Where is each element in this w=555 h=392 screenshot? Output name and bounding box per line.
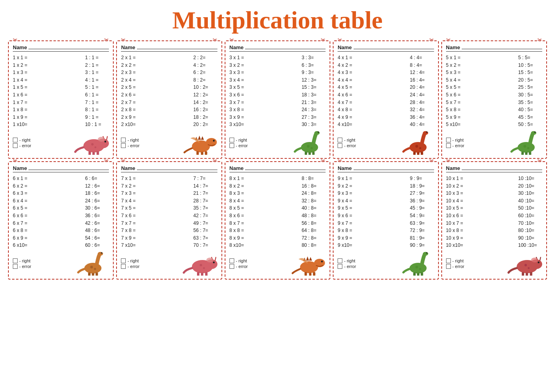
- svg-point-78: [415, 266, 418, 268]
- svg-point-50: [90, 266, 93, 268]
- name-line: Name: [338, 165, 434, 172]
- dino-brontosaurus-green: [250, 131, 326, 155]
- equation-row: 10 x 4 =40 :10=: [446, 197, 542, 205]
- equations-container: 2 x 1 =2 : 2=2 x 2 =4 : 2=2 x 3 =6 : 2=2…: [121, 54, 217, 128]
- legend-error: - error: [338, 143, 356, 148]
- equation-row: 8 x 6 =48 : 8=: [229, 212, 326, 220]
- eq-left: 10 x 8 =: [446, 227, 472, 234]
- equation-row: 2 x 4 =8 : 2=: [121, 76, 217, 84]
- error-label: - error: [127, 264, 139, 269]
- legend-error: - error: [229, 264, 248, 269]
- legend: - right - error: [338, 258, 356, 269]
- eq-left: 3 x 7 =: [229, 99, 255, 106]
- equation-row: 5 x 9 =45 : 5=: [446, 114, 542, 121]
- legend-right: - right: [121, 138, 139, 142]
- eq-right: 90 :10=: [518, 234, 542, 242]
- legend: - right - error: [121, 258, 139, 269]
- equation-row: 5 x 2 =10 : 5=: [446, 62, 542, 69]
- eq-left: 2 x 2 =: [121, 62, 147, 69]
- eq-right: 5 : 1 =: [85, 84, 109, 91]
- right-label: - right: [127, 258, 139, 263]
- eq-right: 90 : 9=: [410, 242, 434, 249]
- name-line: Name: [229, 44, 326, 52]
- legend-right: - right: [229, 138, 248, 142]
- equation-row: 1 x 2 =2 : 1 =: [13, 62, 109, 69]
- eq-right: 50 : 5=: [518, 121, 542, 128]
- eq-left: 4 x 3 =: [338, 69, 364, 76]
- eq-right: 40 : 4=: [410, 121, 434, 128]
- eq-right: 45 : 5=: [518, 114, 542, 121]
- legend-right: - right: [13, 138, 31, 142]
- svg-line-4: [107, 136, 107, 140]
- svg-rect-77: [420, 272, 423, 276]
- eq-right: 14 : 2=: [193, 99, 217, 106]
- equations-container: 1 x 1 =1 : 1 =1 x 2 =2 : 1 =1 x 3 =3 : 1…: [13, 54, 109, 128]
- equation-row: 9 x10=90 : 9=: [338, 242, 434, 249]
- eq-right: 49 : 7=: [193, 220, 217, 227]
- legend-error: - error: [229, 143, 248, 148]
- eq-right: 45 : 9=: [410, 204, 434, 212]
- equation-row: 4 x 7 =28 : 4=: [338, 99, 434, 106]
- equation-row: 6 x 7 =42 : 6=: [13, 220, 109, 227]
- equation-row: 1 x 9 =9 : 1 =: [13, 114, 109, 121]
- svg-rect-39: [521, 152, 524, 155]
- equation-row: 5 x 3 =15 : 5=: [446, 69, 542, 76]
- equation-row: 9 x 5 =45 : 9=: [338, 204, 434, 212]
- eq-right: 7 : 7=: [193, 175, 217, 182]
- equation-row: 7 x 7 =49 : 7=: [121, 220, 217, 227]
- eq-left: 3 x 1 =: [229, 54, 255, 62]
- dino-brontosaurus-green2: [467, 131, 542, 155]
- svg-point-45: [98, 252, 103, 256]
- equations-container: 7 x 1 =7 : 7=7 x 2 =14 : 7=7 x 3 =21 : 7…: [121, 175, 217, 249]
- right-box: [229, 258, 234, 263]
- svg-point-85: [531, 258, 538, 262]
- svg-rect-88: [530, 272, 532, 276]
- eq-left: 9 x10=: [338, 242, 364, 249]
- card-7: Name7 x 1 =7 : 7=7 x 2 =14 : 7=7 x 3 =21…: [116, 161, 222, 280]
- equation-row: 7 x 4 =28 : 7=: [121, 197, 217, 205]
- eq-right: 12 : 4=: [410, 69, 434, 76]
- eq-left: 4 x 1 =: [338, 54, 364, 62]
- svg-rect-69: [305, 272, 307, 276]
- equation-row: 8 x 9 =72 : 8=: [229, 234, 326, 242]
- right-box: [121, 258, 126, 263]
- svg-point-35: [419, 147, 421, 149]
- eq-right: 48 : 6=: [85, 227, 109, 234]
- equation-row: 6 x10=60 : 6=: [13, 242, 109, 249]
- eq-right: 10 : 5=: [518, 62, 542, 69]
- name-label: Name: [338, 165, 352, 171]
- eq-left: 4 x 2 =: [338, 62, 364, 69]
- eq-left: 5 x 3 =: [446, 69, 472, 76]
- equations-container: 4 x 1 =4 : 4=4 x 2 =8 : 4=4 x 3 =12 : 4=…: [338, 54, 434, 128]
- right-label: - right: [236, 258, 247, 263]
- eq-right: 24 : 6=: [85, 197, 109, 205]
- card-5: Name5 x 1 =5 : 5=5 x 2 =10 : 5=5 x 3 =15…: [441, 40, 547, 159]
- eq-right: 54 : 6=: [85, 234, 109, 242]
- equation-row: 2 x 3 =6 : 2=: [121, 69, 217, 76]
- equation-row: 9 x 6 =54 : 9=: [338, 212, 434, 220]
- eq-right: 9 : 3=: [302, 69, 326, 76]
- eq-right: 54 : 9=: [410, 212, 434, 220]
- eq-right: 2 : 1 =: [85, 62, 109, 69]
- eq-right: 40 : 8=: [302, 204, 326, 212]
- eq-right: 30 : 6=: [85, 204, 109, 212]
- right-box: [229, 138, 234, 142]
- card-8: Name8 x 1 =8 : 8=8 x 2 =16 : 8=8 x 3 =24…: [225, 161, 330, 280]
- eq-left: 9 x 5 =: [338, 204, 364, 212]
- eq-left: 3 x 8 =: [229, 106, 255, 114]
- equation-row: 2 x 5 =10 : 2=: [121, 84, 217, 91]
- eq-left: 3 x 5 =: [229, 84, 255, 91]
- svg-point-46: [101, 252, 103, 254]
- eq-left: 8 x 7 =: [229, 220, 255, 227]
- equation-row: 7 x 9 =63 : 7=: [121, 234, 217, 242]
- equation-row: 2 x 9 =18 : 2=: [121, 114, 217, 121]
- eq-right: 27 : 3=: [302, 114, 326, 121]
- eq-left: 10 x 6 =: [446, 212, 472, 220]
- eq-left: 2 x 5 =: [121, 84, 147, 91]
- eq-right: 8 : 4=: [410, 62, 434, 69]
- equation-row: 4 x10=40 : 4=: [338, 121, 434, 128]
- eq-right: 30 : 3=: [302, 121, 326, 128]
- eq-right: 14 : 7=: [193, 182, 217, 190]
- card-footer: - right - error: [338, 252, 434, 276]
- eq-left: 2 x10=: [121, 121, 147, 128]
